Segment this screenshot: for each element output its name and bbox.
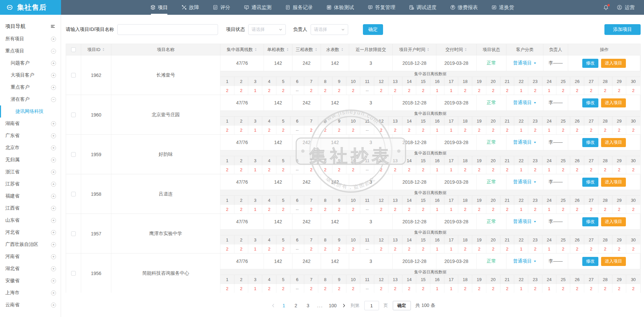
column-header-project-id[interactable]: 项目ID: [81, 44, 111, 55]
sidebar-item-jiangxi[interactable]: 江西省+: [0, 202, 61, 214]
sidebar-item-henan[interactable]: 河南省+: [0, 251, 61, 263]
search-input[interactable]: [117, 24, 218, 35]
enter-project-button[interactable]: 进入项目: [601, 138, 626, 147]
sidebar-item-hubei[interactable]: 湖北省+: [0, 263, 61, 275]
nav-item-experience-test[interactable]: 体验测试: [326, 0, 354, 15]
expand-icon[interactable]: +: [51, 85, 56, 90]
page-100[interactable]: 100: [329, 303, 336, 308]
next-page-button[interactable]: [341, 303, 346, 308]
sidebar-item-jiangsu[interactable]: 江苏省+: [0, 178, 61, 190]
column-header-single-phase-meters[interactable]: 单相表数: [264, 44, 292, 55]
edit-button[interactable]: 修改: [582, 59, 598, 68]
nav-item-payment-reports[interactable]: 缴费报表: [450, 0, 478, 15]
customer-category-dropdown[interactable]: 普通项目: [506, 135, 543, 150]
sidebar-item-key-projects[interactable]: 重点项目−: [0, 45, 61, 57]
column-header-open-date[interactable]: 项目开户时间: [393, 44, 436, 55]
enter-project-button[interactable]: 进入项目: [601, 217, 626, 226]
expand-icon[interactable]: +: [51, 170, 56, 175]
edit-button[interactable]: 修改: [582, 217, 598, 226]
nav-item-projects[interactable]: 项目: [150, 0, 168, 15]
column-header-three-phase-meters[interactable]: 三相表数: [292, 44, 321, 55]
nav-item-returns[interactable]: 退换货: [491, 0, 514, 15]
owner-select[interactable]: 请选择: [311, 24, 348, 35]
sidebar-item-beijing[interactable]: 北京市+: [0, 142, 61, 154]
sidebar-item-shandong[interactable]: 山东省+: [0, 214, 61, 226]
expand-icon[interactable]: +: [51, 145, 56, 150]
customer-category-dropdown[interactable]: 普通项目: [506, 174, 543, 190]
sidebar-item-hebei[interactable]: 河北省+: [0, 226, 61, 238]
column-header-water-meters[interactable]: 水表数: [321, 44, 349, 55]
enter-project-button[interactable]: 进入项目: [601, 98, 626, 107]
sidebar-item-key-customers[interactable]: 重点客户+: [0, 81, 61, 93]
expand-icon[interactable]: +: [51, 254, 56, 259]
enter-project-button[interactable]: 进入项目: [601, 257, 626, 266]
goto-confirm-button[interactable]: 确定: [393, 301, 411, 310]
user-menu[interactable]: 运营: [617, 4, 635, 11]
expand-icon[interactable]: +: [51, 218, 56, 223]
expand-icon[interactable]: +: [51, 230, 56, 235]
prev-page-button[interactable]: [271, 303, 276, 308]
status-select[interactable]: 请选择: [248, 24, 286, 35]
expand-icon[interactable]: +: [51, 157, 56, 163]
collapse-icon[interactable]: −: [51, 49, 56, 54]
customer-category-dropdown[interactable]: 普通项目: [506, 214, 543, 229]
edit-button[interactable]: 修改: [582, 178, 598, 187]
collapse-icon[interactable]: −: [51, 97, 56, 102]
sidebar-item-jiexun-network[interactable]: 捷讯网络科技: [0, 105, 61, 118]
edit-button[interactable]: 修改: [582, 257, 598, 266]
expand-icon[interactable]: +: [51, 194, 56, 199]
hamburger-icon[interactable]: [50, 24, 55, 29]
expand-icon[interactable]: +: [51, 206, 56, 211]
page-1[interactable]: 1: [280, 303, 287, 308]
row-checkbox[interactable]: [71, 73, 76, 78]
edit-button[interactable]: 修改: [582, 138, 598, 147]
nav-item-reply-management[interactable]: 答复管理: [368, 0, 395, 15]
edit-button[interactable]: 修改: [582, 98, 598, 107]
sidebar-item-anhui[interactable]: 安徽省+: [0, 275, 61, 287]
sidebar-item-hunan[interactable]: 湖南省+: [0, 118, 61, 130]
add-project-button[interactable]: 添加项目: [604, 24, 641, 35]
sidebar-item-fujian[interactable]: 福建省+: [0, 190, 61, 202]
sidebar-item-unassigned[interactable]: 无归属+: [0, 154, 61, 166]
expand-icon[interactable]: +: [51, 266, 56, 271]
expand-icon[interactable]: +: [51, 303, 56, 308]
expand-icon[interactable]: +: [51, 61, 56, 66]
row-checkbox[interactable]: [71, 231, 76, 236]
sidebar-item-problem-customers[interactable]: 问题客户+: [0, 57, 61, 69]
row-checkbox[interactable]: [71, 271, 76, 276]
row-checkbox[interactable]: [71, 152, 76, 157]
column-header-concentrator-offline[interactable]: 集中器离线数: [220, 44, 264, 55]
customer-category-dropdown[interactable]: 普通项目: [506, 55, 543, 71]
enter-project-button[interactable]: 进入项目: [601, 178, 626, 187]
sidebar-item-zhejiang[interactable]: 浙江省+: [0, 166, 61, 178]
sidebar-item-potential-customers[interactable]: 潜在客户−: [0, 93, 61, 105]
brand-logo[interactable]: 集社售后: [0, 0, 61, 15]
enter-project-button[interactable]: 进入项目: [601, 59, 626, 68]
page-2[interactable]: 2: [292, 303, 299, 308]
expand-icon[interactable]: +: [51, 121, 56, 126]
expand-icon[interactable]: +: [51, 242, 56, 247]
row-checkbox[interactable]: [71, 112, 76, 117]
nav-item-service-records[interactable]: 服务记录: [285, 0, 313, 15]
select-all-checkbox[interactable]: [71, 47, 76, 52]
sidebar-item-guangxi[interactable]: 广西壮族自治区+: [0, 238, 61, 251]
sidebar-item-guangdong[interactable]: 广东省+: [0, 130, 61, 142]
column-header-deliver-date[interactable]: 交付时间: [436, 44, 477, 55]
nav-item-debug-progress[interactable]: 调试进度: [409, 0, 437, 15]
expand-icon[interactable]: +: [51, 73, 56, 78]
customer-category-dropdown[interactable]: 普通项目: [506, 95, 543, 110]
notifications-button[interactable]: [603, 5, 609, 10]
sidebar-item-shanghai[interactable]: 上海市+: [0, 287, 61, 299]
nav-item-comm-monitor[interactable]: 通讯监测: [244, 0, 272, 15]
page-3[interactable]: 3: [305, 303, 311, 308]
expand-icon[interactable]: +: [51, 278, 56, 283]
nav-item-ratings[interactable]: 评分: [213, 0, 230, 15]
goto-page-input[interactable]: [364, 301, 379, 310]
expand-icon[interactable]: +: [51, 37, 56, 42]
filter-confirm-button[interactable]: 确定: [363, 24, 383, 35]
sidebar-item-big-project-customers[interactable]: 大项目客户+: [0, 69, 61, 81]
row-checkbox[interactable]: [71, 192, 76, 196]
sidebar-item-all-projects[interactable]: 所有项目+: [0, 33, 61, 45]
expand-icon[interactable]: +: [51, 133, 56, 138]
expand-icon[interactable]: +: [51, 182, 56, 187]
